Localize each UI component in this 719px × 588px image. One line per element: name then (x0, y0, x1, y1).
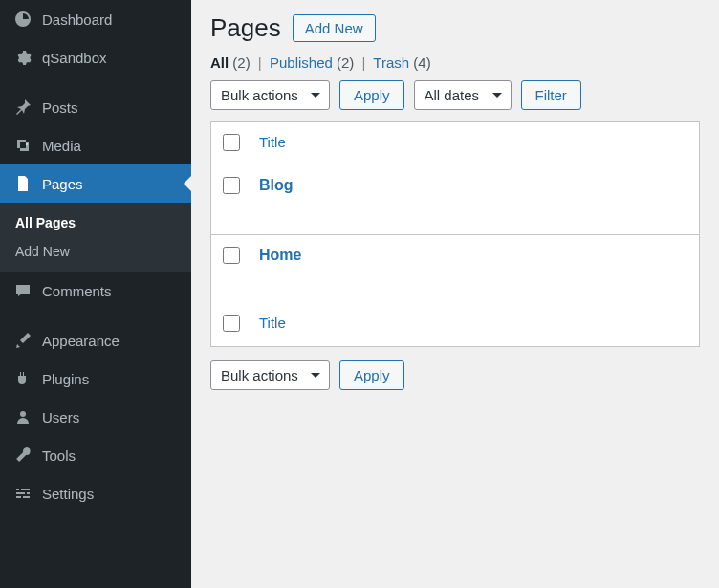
sidebar-label: Posts (42, 99, 78, 116)
filter-button[interactable]: Filter (521, 80, 581, 110)
plugin-icon (13, 369, 33, 388)
pages-table: Title Blog Home Title (210, 121, 700, 347)
sidebar-label: Comments (42, 283, 112, 299)
media-icon (13, 136, 33, 155)
table-row: Blog (211, 165, 700, 234)
sidebar-item-tools[interactable]: Tools (0, 436, 191, 474)
filter-all-link[interactable]: All (210, 54, 229, 71)
sidebar-item-media[interactable]: Media (0, 126, 191, 164)
col-header-title[interactable]: Title (259, 134, 286, 150)
add-new-button[interactable]: Add New (293, 14, 376, 42)
pin-icon (13, 98, 33, 117)
sidebar-item-pages[interactable]: Pages (0, 164, 191, 203)
sidebar-label: Media (42, 138, 81, 154)
status-filter-links: All (2) | Published (2) | Trash (4) (210, 54, 700, 71)
svg-point-1 (20, 411, 26, 417)
filter-published-count: (2) (337, 54, 354, 71)
bulk-actions-select[interactable]: Bulk actions (210, 80, 330, 110)
gear-icon (13, 48, 33, 67)
select-all-checkbox-bottom[interactable] (223, 315, 240, 332)
sidebar-item-comments[interactable]: Comments (0, 272, 191, 310)
sidebar-item-appearance[interactable]: Appearance (0, 321, 191, 359)
sidebar-item-qsandbox[interactable]: qSandbox (0, 38, 191, 76)
dashboard-icon (13, 10, 33, 29)
sidebar-label: Users (42, 409, 79, 425)
row-checkbox[interactable] (223, 177, 240, 194)
table-row: Home (211, 234, 700, 303)
sidebar-label: Pages (42, 176, 83, 192)
sidebar-item-dashboard[interactable]: Dashboard (0, 0, 191, 38)
sidebar-subitem-all-pages[interactable]: All Pages (0, 208, 191, 237)
user-icon (13, 407, 33, 426)
brush-icon (13, 331, 33, 350)
sidebar-submenu-pages: All Pages Add New (0, 203, 191, 272)
apply-button-bottom[interactable]: Apply (339, 360, 404, 390)
sidebar-label: qSandbox (42, 50, 107, 66)
admin-sidebar: Dashboard qSandbox Posts Media Pages All… (0, 0, 191, 588)
svg-point-0 (26, 143, 28, 145)
filter-all-count: (2) (232, 54, 250, 71)
sidebar-label: Appearance (42, 333, 120, 349)
sidebar-separator (0, 76, 191, 88)
sidebar-subitem-add-new[interactable]: Add New (0, 237, 191, 266)
sidebar-item-settings[interactable]: Settings (0, 474, 191, 512)
select-all-checkbox-top[interactable] (223, 134, 240, 151)
sidebar-label: Plugins (42, 371, 89, 387)
page-header: Pages Add New (210, 13, 700, 43)
sidebar-label: Dashboard (42, 11, 112, 28)
row-title-link[interactable]: Home (259, 247, 301, 263)
page-title: Pages (210, 13, 281, 43)
sidebar-separator (0, 310, 191, 321)
main-content: Pages Add New All (2) | Published (2) | … (191, 0, 719, 588)
bulk-actions-select-bottom[interactable]: Bulk actions (210, 360, 330, 390)
sliders-icon (13, 484, 33, 503)
sidebar-item-users[interactable]: Users (0, 398, 191, 436)
filter-trash-link[interactable]: Trash (373, 54, 409, 71)
page-icon (13, 174, 33, 193)
filter-published-link[interactable]: Published (270, 54, 333, 71)
col-footer-title[interactable]: Title (259, 315, 286, 331)
tablenav-bottom: Bulk actions Apply (210, 360, 700, 390)
sidebar-label: Tools (42, 447, 76, 464)
sidebar-label: Settings (42, 486, 94, 502)
apply-button-top[interactable]: Apply (339, 80, 404, 110)
wrench-icon (13, 446, 33, 465)
tablenav-top: Bulk actions Apply All dates Filter (210, 80, 700, 110)
row-title-link[interactable]: Blog (259, 177, 294, 193)
date-filter-select[interactable]: All dates (414, 80, 512, 110)
row-checkbox[interactable] (223, 247, 240, 264)
sidebar-item-plugins[interactable]: Plugins (0, 359, 191, 398)
sidebar-item-posts[interactable]: Posts (0, 88, 191, 126)
filter-trash-count: (4) (413, 54, 430, 71)
comment-icon (13, 281, 33, 300)
